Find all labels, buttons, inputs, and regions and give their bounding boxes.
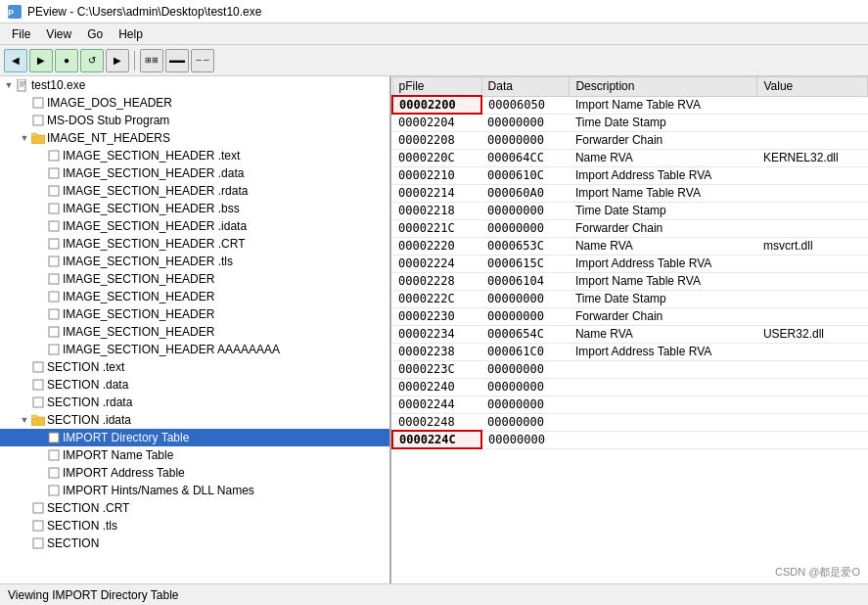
- expand-icon-section-idata[interactable]: [33, 219, 47, 233]
- expand-icon-nt-headers[interactable]: ▼: [18, 131, 31, 145]
- tree-item-nt-headers[interactable]: ▼IMAGE_NT_HEADERS: [0, 129, 389, 147]
- svg-rect-25: [49, 433, 59, 442]
- table-row[interactable]: 000022340000654CName RVAUSER32.dll: [392, 325, 868, 343]
- tree-item-section-1[interactable]: IMAGE_SECTION_HEADER: [0, 270, 389, 288]
- tree-item-import-hints[interactable]: IMPORT Hints/Names & DLL Names: [0, 482, 389, 499]
- tree-item-root[interactable]: ▼test10.exe: [0, 76, 389, 94]
- table-row[interactable]: 0000223000000000Forwarder Chain: [392, 307, 868, 325]
- expand-icon-section-4[interactable]: [33, 325, 47, 339]
- tree-item-dos-header[interactable]: IMAGE_DOS_HEADER: [0, 94, 389, 112]
- table-row[interactable]: 0000222C00000000Time Date Stamp: [392, 290, 868, 307]
- tree-item-section-bss[interactable]: IMAGE_SECTION_HEADER .bss: [0, 200, 389, 217]
- table-row[interactable]: 000022240000615CImport Address Table RVA: [392, 255, 868, 272]
- expand-icon-import-dir[interactable]: [33, 431, 47, 444]
- table-row[interactable]: 0000220400000000Time Date Stamp: [392, 114, 868, 131]
- table-row[interactable]: 00002238000061C0Import Address Table RVA: [392, 343, 868, 360]
- table-row[interactable]: 0000224000000000: [392, 378, 868, 396]
- tree-item-section-rdata[interactable]: IMAGE_SECTION_HEADER .rdata: [0, 182, 389, 200]
- expand-icon-dos-header[interactable]: [18, 96, 31, 110]
- value-cell-18: [757, 413, 868, 431]
- tree-item-section-idata[interactable]: IMAGE_SECTION_HEADER .idata: [0, 217, 389, 235]
- expand-icon-section-3[interactable]: [33, 307, 47, 321]
- table-row[interactable]: 000022100000610CImport Address Table RVA: [392, 166, 868, 184]
- tree-item-icon-msdos-stub: [31, 114, 45, 127]
- tree-item-section-2[interactable]: IMAGE_SECTION_HEADER: [0, 288, 389, 305]
- tree-item-section-crt[interactable]: IMAGE_SECTION_HEADER .CRT: [0, 235, 389, 253]
- tree-item-icon-import-addr: [47, 466, 61, 480]
- toolbar-stop-btn[interactable]: ▶: [106, 49, 129, 72]
- table-row[interactable]: 00002214000060A0Import Name Table RVA: [392, 184, 868, 202]
- toolbar-refresh-btn[interactable]: ↺: [80, 49, 104, 72]
- expand-icon-section-data[interactable]: [33, 166, 47, 180]
- table-row[interactable]: 0000224C00000000: [392, 431, 868, 448]
- tree-item-sec-noname[interactable]: SECTION: [0, 535, 389, 552]
- table-row[interactable]: 0000220000006050Import Name Table RVA: [392, 96, 868, 114]
- tree-item-section-tls[interactable]: IMAGE_SECTION_HEADER .tls: [0, 253, 389, 270]
- menu-file[interactable]: File: [4, 25, 38, 43]
- tree-item-section-3[interactable]: IMAGE_SECTION_HEADER: [0, 305, 389, 323]
- tree-item-import-name[interactable]: IMPORT Name Table: [0, 446, 389, 464]
- expand-icon-import-addr[interactable]: [33, 466, 47, 480]
- table-row[interactable]: 000022200000653CName RVAmsvcrt.dll: [392, 237, 868, 255]
- expand-icon-section-aaaaaaaa[interactable]: [33, 343, 47, 356]
- expand-icon-sec-idata[interactable]: ▼: [18, 413, 31, 427]
- expand-icon-msdos-stub[interactable]: [18, 114, 31, 127]
- table-row[interactable]: 0000223C00000000: [392, 360, 868, 378]
- tree-item-section-text[interactable]: IMAGE_SECTION_HEADER .text: [0, 147, 389, 164]
- tree-item-label-root: test10.exe: [31, 78, 85, 92]
- expand-icon-root[interactable]: ▼: [2, 78, 16, 92]
- watermark: CSDN @都是爱O: [775, 565, 860, 580]
- tree-panel[interactable]: ▼test10.exeIMAGE_DOS_HEADERMS-DOS Stub P…: [0, 76, 391, 583]
- tree-item-section-data[interactable]: IMAGE_SECTION_HEADER .data: [0, 164, 389, 182]
- expand-icon-section-bss[interactable]: [33, 202, 47, 215]
- pfile-cell-9: 00002224: [392, 255, 481, 272]
- expand-icon-import-name[interactable]: [33, 448, 47, 462]
- expand-icon-section-text[interactable]: [33, 149, 47, 163]
- table-row[interactable]: 0000224400000000: [392, 396, 868, 413]
- expand-icon-sec-data[interactable]: [18, 378, 31, 392]
- tree-item-sec-text[interactable]: SECTION .text: [0, 358, 389, 376]
- tree-item-sec-crt[interactable]: SECTION .CRT: [0, 499, 389, 517]
- tree-item-import-dir[interactable]: IMPORT Directory Table: [0, 429, 389, 446]
- value-cell-11: [757, 290, 868, 307]
- svg-rect-4: [33, 98, 43, 108]
- table-row[interactable]: 0000221800000000Time Date Stamp: [392, 202, 868, 219]
- menu-view[interactable]: View: [38, 25, 79, 43]
- tree-item-section-aaaaaaaa[interactable]: IMAGE_SECTION_HEADER AAAAAAAA: [0, 341, 389, 358]
- tree-item-sec-tls[interactable]: SECTION .tls: [0, 517, 389, 535]
- expand-icon-sec-crt[interactable]: [18, 501, 31, 515]
- expand-icon-section-tls[interactable]: [33, 255, 47, 268]
- toolbar-view3-btn[interactable]: ─ ─: [191, 49, 214, 72]
- table-row[interactable]: 0000220C000064CCName RVAKERNEL32.dll: [392, 149, 868, 166]
- menu-help[interactable]: Help: [111, 25, 151, 43]
- expand-icon-sec-tls[interactable]: [18, 519, 31, 533]
- toolbar-forward-btn[interactable]: ▶: [29, 49, 53, 72]
- tree-item-sec-data[interactable]: SECTION .data: [0, 376, 389, 394]
- expand-icon-sec-rdata[interactable]: [18, 396, 31, 409]
- toolbar-back-btn[interactable]: ◀: [4, 49, 27, 72]
- tree-item-msdos-stub[interactable]: MS-DOS Stub Program: [0, 112, 389, 129]
- table-row[interactable]: 0000221C00000000Forwarder Chain: [392, 219, 868, 237]
- expand-icon-section-2[interactable]: [33, 290, 47, 303]
- expand-icon-sec-text[interactable]: [18, 360, 31, 374]
- table-row[interactable]: 0000220800000000Forwarder Chain: [392, 131, 868, 149]
- table-row[interactable]: 0000222800006104Import Name Table RVA: [392, 272, 868, 290]
- expand-icon-section-rdata[interactable]: [33, 184, 47, 198]
- pfile-cell-16: 00002240: [392, 378, 481, 396]
- toolbar-view1-btn[interactable]: ⊞⊞: [140, 49, 163, 72]
- expand-icon-sec-noname[interactable]: [18, 536, 31, 550]
- tree-item-sec-idata[interactable]: ▼SECTION .idata: [0, 411, 389, 429]
- tree-item-section-4[interactable]: IMAGE_SECTION_HEADER: [0, 323, 389, 341]
- tree-item-icon-section-tls: [47, 255, 61, 268]
- tree-item-import-addr[interactable]: IMPORT Address Table: [0, 464, 389, 482]
- tree-item-sec-rdata[interactable]: SECTION .rdata: [0, 394, 389, 411]
- menu-go[interactable]: Go: [79, 25, 111, 43]
- expand-icon-import-hints[interactable]: [33, 484, 47, 497]
- expand-icon-section-crt[interactable]: [33, 237, 47, 251]
- table-row[interactable]: 0000224800000000: [392, 413, 868, 431]
- toolbar-view2-btn[interactable]: ▬▬: [165, 49, 189, 72]
- toolbar-open-btn[interactable]: ●: [55, 49, 78, 72]
- expand-icon-section-1[interactable]: [33, 272, 47, 286]
- col-description: Description: [570, 77, 757, 97]
- table-panel[interactable]: pFile Data Description Value 00002200000…: [391, 76, 868, 583]
